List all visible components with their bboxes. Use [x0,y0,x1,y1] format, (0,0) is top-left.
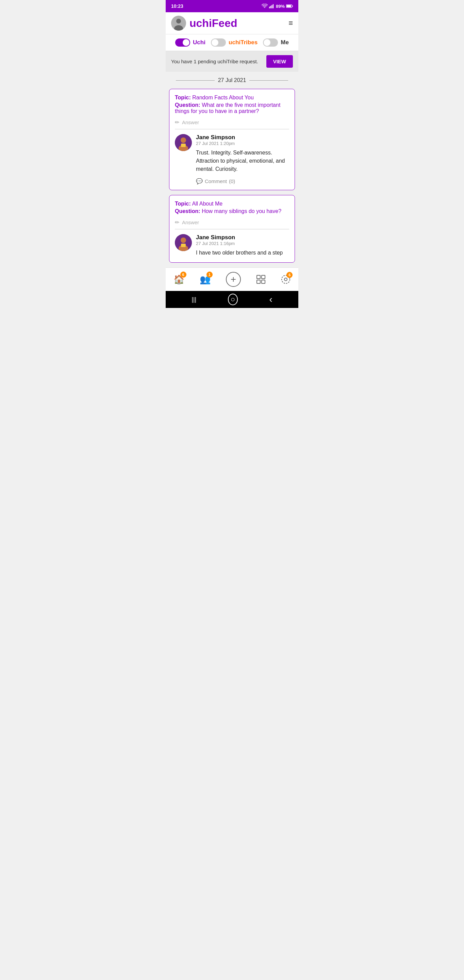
svg-rect-20 [257,280,260,283]
header-left: uchiFeed [171,16,237,30]
post2-question-label: Question: [175,208,200,214]
post1-question: Question: What are the five most importa… [175,102,289,115]
toggle-uchi[interactable]: Uchi [175,38,205,47]
post1-reply-name: Jane Simpson [196,134,289,141]
nav-add[interactable]: + [222,270,244,288]
status-time: 10:23 [171,3,183,9]
notification-text: You have 1 pending uchiTribe request. [171,59,258,64]
post1-comment-count: (0) [229,178,235,184]
svg-rect-5 [292,5,293,6]
post2-user-avatar[interactable] [175,234,192,251]
svg-point-22 [284,278,287,281]
view-button[interactable]: VIEW [266,55,293,68]
post1-comment-label: Comment [205,178,227,184]
post-card-2: Topic: All About Me Question: How many s… [169,195,295,263]
notification-bar: You have 1 pending uchiTribe request. VI… [166,51,298,72]
post1-reply-content: Jane Simpson 27 Jul 2021 1:20pm Trust. I… [196,134,289,185]
svg-rect-13 [181,143,186,147]
feed-container: 27 Jul 2021 Topic: Random Facts About Yo… [166,72,298,267]
post1-question-label: Question: [175,102,200,108]
nav-people[interactable]: 1 👥 [196,273,214,286]
date-text: 27 Jul 2021 [218,77,246,83]
svg-rect-21 [262,280,265,283]
menu-icon[interactable]: ≡ [288,19,293,27]
uchiTribes-toggle-switch[interactable] [211,38,226,47]
uchiTribes-toggle-knob [211,39,218,46]
jane-avatar-1 [175,134,192,151]
me-toggle-switch[interactable] [263,38,278,47]
app-title: uchiFeed [189,17,237,30]
toggle-uchiTribes[interactable]: uchiTribes [211,38,257,47]
post2-question-value: How many siblings do you have? [202,208,281,214]
uchi-label: Uchi [193,39,205,46]
app-header: uchiFeed ≡ [166,12,298,34]
divider-line-right [249,80,288,81]
nav-settings[interactable]: 6 [278,273,294,285]
svg-rect-17 [181,243,186,247]
post2-reply-content: Jane Simpson 27 Jul 2021 1:16pm I have t… [196,234,289,257]
signal-icon [269,4,275,8]
android-home[interactable]: ○ [228,294,238,305]
toggle-me[interactable]: Me [263,38,289,47]
svg-point-11 [181,137,186,143]
home-badge: 6 [180,272,186,278]
jane-avatar-2 [175,234,192,251]
post1-answer-input[interactable]: ✏ Answer [175,119,289,129]
bottom-nav: 6 🏠 1 👥 + 6 [166,267,298,291]
post1-reply-date: 27 Jul 2021 1:20pm [196,141,289,146]
battery-percentage: 89% [276,4,285,9]
comment-bubble-icon-1: 💬 [196,178,203,185]
post1-topic-label: Topic: [175,95,191,100]
post-card-1: Topic: Random Facts About You Question: … [169,89,295,190]
post1-reply-text: Trust. Integrity. Self-awareness. Attrac… [196,149,289,173]
wifi-icon [262,4,268,8]
post2-answer-input[interactable]: ✏ Answer [175,219,289,229]
post2-reply-date: 27 Jul 2021 1:16pm [196,241,289,246]
post1-topic: Topic: Random Facts About You [175,95,289,101]
toggle-nav: Uchi uchiTribes Me [166,34,298,51]
post2-topic-value: All About Me [192,201,222,207]
svg-rect-0 [269,7,270,8]
status-right: 89% [262,4,293,9]
post2-answer-placeholder: Answer [182,220,199,225]
post1-topic-value: Random Facts About You [192,95,254,100]
people-badge: 1 [207,272,213,278]
svg-rect-19 [262,275,265,279]
status-bar: 10:23 89% [166,0,298,12]
post2-reply: Jane Simpson 27 Jul 2021 1:16pm I have t… [175,234,289,257]
svg-rect-2 [272,5,272,8]
post2-topic-label: Topic: [175,201,191,207]
post1-comment-section[interactable]: 💬 Comment (0) [196,178,289,185]
nav-grid[interactable] [253,273,269,285]
android-back[interactable]: ‹ [269,294,272,305]
post1-user-avatar[interactable] [175,134,192,151]
grid-icon [256,275,266,284]
post2-reply-name: Jane Simpson [196,234,289,241]
pencil-icon-2: ✏ [175,219,179,226]
me-toggle-knob [264,39,270,46]
settings-badge: 6 [286,272,292,278]
svg-rect-3 [273,4,273,8]
svg-rect-6 [286,5,291,7]
svg-point-8 [176,19,181,24]
uchi-toggle-switch[interactable] [175,38,190,47]
uchi-toggle-knob [183,39,189,46]
nav-home[interactable]: 6 🏠 [170,273,188,286]
svg-rect-18 [257,275,260,279]
add-icon[interactable]: + [226,272,241,287]
user-avatar-image [171,16,186,30]
post2-question: Question: How many siblings do you have? [175,208,289,215]
battery-icon [286,4,293,8]
user-avatar[interactable] [171,16,186,30]
post1-reply: Jane Simpson 27 Jul 2021 1:20pm Trust. I… [175,134,289,185]
android-recent[interactable]: ||| [192,296,196,303]
android-nav-bar: ||| ○ ‹ [166,291,298,308]
post1-answer-placeholder: Answer [182,119,199,125]
divider-line-left [176,80,215,81]
svg-rect-1 [270,6,271,8]
date-divider: 27 Jul 2021 [169,72,295,89]
uchiTribes-label: uchiTribes [229,39,257,46]
me-label: Me [281,39,289,46]
pencil-icon-1: ✏ [175,119,179,126]
post2-reply-text: I have two older brothers and a step [196,249,289,257]
